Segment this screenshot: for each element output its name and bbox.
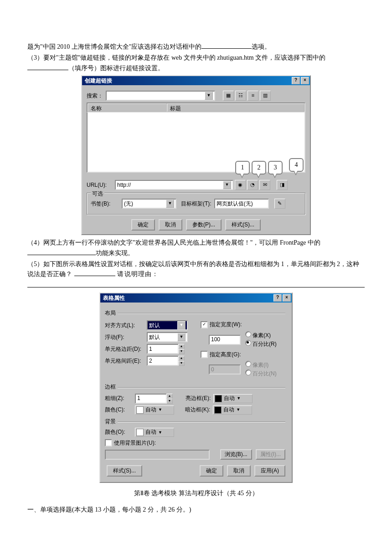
layout-group: 布局	[105, 309, 116, 318]
percent-radio[interactable]	[245, 340, 251, 346]
bg-image-path	[105, 450, 210, 460]
help-icon[interactable]: ?	[292, 77, 300, 84]
pixels-radio[interactable]	[245, 331, 251, 337]
table-properties-dialog: 表格属性 ? × 布局 对齐方式(L): 默认▼ 浮动(F): 默认▼ 单元格边…	[99, 292, 293, 483]
cellpad-input[interactable]: 1	[147, 344, 179, 354]
col-name[interactable]: 名称	[88, 103, 167, 112]
dialog-titlebar: 创建超链接 ? ×	[82, 76, 310, 85]
float-combo[interactable]: 默认▼	[147, 332, 188, 342]
close-icon[interactable]: ×	[301, 77, 309, 84]
browse-button[interactable]: 浏览(B)...	[220, 449, 252, 460]
width-input[interactable]: 100	[209, 335, 241, 345]
blank-q3	[27, 63, 68, 70]
align-combo[interactable]: 默认▼	[147, 320, 188, 330]
optional-fieldset: 可选 书签(B): (无)▼ 目标框架(T): 网页默认值(无) ✎	[87, 193, 305, 215]
specify-width-check[interactable]: ✓	[201, 321, 208, 328]
props-button: 属性(I)...	[256, 449, 285, 460]
bg-group: 背景	[105, 417, 116, 426]
use-bg-image-label: 使用背景图片(U):	[114, 439, 156, 447]
percent2-radio	[245, 369, 251, 375]
dark-border-color[interactable]: 自动▼	[213, 405, 252, 415]
callout-2: 2	[252, 161, 266, 174]
ok2-button[interactable]: 确定	[200, 465, 223, 477]
target-edit-icon[interactable]: ✎	[274, 199, 285, 209]
params-button[interactable]: 参数(P)...	[186, 219, 222, 231]
height-input: 0	[209, 364, 241, 374]
view-icon-4[interactable]: ▥	[260, 91, 271, 101]
cancel-button[interactable]: 取消	[159, 219, 182, 231]
light-border-color[interactable]: 自动▼	[213, 394, 253, 403]
question-4-text: （4）网页上方有一行不停滚动的文字"欢迎世界各国人民光临上海世博会展馆！"，可以…	[27, 238, 365, 258]
specify-width-label: 指定宽度(W):	[210, 320, 242, 329]
file-list-header: 名称 标题	[87, 103, 305, 113]
dialog-title: 创建超链接	[85, 77, 112, 85]
blank-q5b	[27, 281, 365, 287]
cellspace-label: 单元格间距(E):	[105, 357, 144, 365]
search-label: 搜索：	[87, 92, 103, 100]
callout-4: 4	[289, 158, 304, 172]
use-bg-image-check[interactable]	[105, 439, 112, 446]
bgcolor-label: 颜色(O):	[105, 428, 132, 436]
cellpad-label: 单元格边距(D):	[105, 345, 144, 354]
url-label: URL(U):	[87, 181, 112, 190]
target-label: 目标框架(T):	[181, 200, 211, 208]
blank-q5a	[74, 269, 115, 276]
question-5-text: （5）如下图所示表格属性设置对话框，按确定以后该网页中所有的表格是否边框粗细都为…	[27, 259, 365, 280]
bookmark-label: 书签(B):	[91, 200, 119, 208]
style2-button[interactable]: 样式(S)...	[107, 465, 142, 477]
url-input[interactable]: http://▼	[115, 180, 233, 190]
search-combo[interactable]: ▼	[106, 91, 215, 101]
url-icon-4[interactable]: ◨	[277, 180, 288, 190]
close-icon[interactable]: ×	[283, 294, 291, 302]
border-group: 边框	[105, 383, 116, 391]
view-icon-2[interactable]: ☷	[235, 91, 246, 101]
border-color[interactable]: 自动▼	[135, 405, 174, 415]
size-label: 粗细(Z):	[105, 394, 132, 403]
dialog2-title: 表格属性	[103, 294, 125, 303]
dialog2-titlebar: 表格属性 ? ×	[100, 293, 292, 303]
url-icon-1[interactable]: ◉	[235, 180, 246, 190]
url-icon-2[interactable]: ◔	[247, 180, 258, 190]
apply-button[interactable]: 应用(A)	[254, 465, 285, 477]
target-input[interactable]: 网页默认值(无)	[214, 199, 269, 209]
view-icon-3[interactable]: ≡	[248, 91, 258, 101]
callout-1: 1	[235, 161, 250, 174]
pixels2-radio	[245, 361, 251, 367]
callout-3: 3	[268, 161, 283, 174]
specify-height-check[interactable]	[201, 351, 208, 358]
col-title[interactable]: 标题	[167, 103, 304, 112]
float-label: 浮动(F):	[105, 333, 144, 342]
question-2-text: 题为"中国 2010 上海世博会展馆大全"应该选择右边对话框中的选项。	[27, 42, 365, 52]
specify-height-label: 指定高度(G):	[210, 350, 241, 359]
blank-q2	[201, 42, 252, 49]
border-size-input[interactable]: 1	[135, 394, 167, 404]
style-button[interactable]: 样式(S)...	[225, 219, 261, 231]
bookmark-combo[interactable]: (无)▼	[122, 199, 176, 209]
align-label: 对齐方式(L):	[105, 321, 144, 330]
ok-button[interactable]: 确定	[131, 219, 155, 231]
border-color-label: 颜色(C):	[105, 405, 132, 414]
question-3-text: （3）要对"主题馆"做超链接，链接的对象是存放在 web 文件夹中的 zhuti…	[27, 53, 365, 73]
blank-q4	[27, 248, 96, 255]
view-icon-1[interactable]: ▦	[223, 91, 234, 101]
create-hyperlink-dialog: 创建超链接 ? × 搜索： ▼ ▦ ☷ ≡ ▥ 名称 标题 URL(U): ht…	[81, 75, 311, 235]
dark-border-label: 暗边框(K):	[185, 405, 210, 414]
url-icon-3[interactable]: ✉	[259, 180, 270, 190]
section2-title: 第Ⅱ卷 选考模块 算法与程序设计（共 45 分）	[27, 488, 365, 498]
optional-legend: 可选	[91, 190, 104, 198]
help-icon[interactable]: ?	[273, 294, 282, 302]
bg-color[interactable]: 自动▼	[135, 428, 174, 437]
cancel2-button[interactable]: 取消	[227, 465, 251, 477]
cellspace-input[interactable]: 2	[147, 356, 179, 366]
light-border-label: 亮边框(E):	[186, 394, 211, 403]
section2-sub: 一、单项选择题(本大题 13 小题，每小题 2 分，共 26 分。)	[27, 505, 365, 515]
